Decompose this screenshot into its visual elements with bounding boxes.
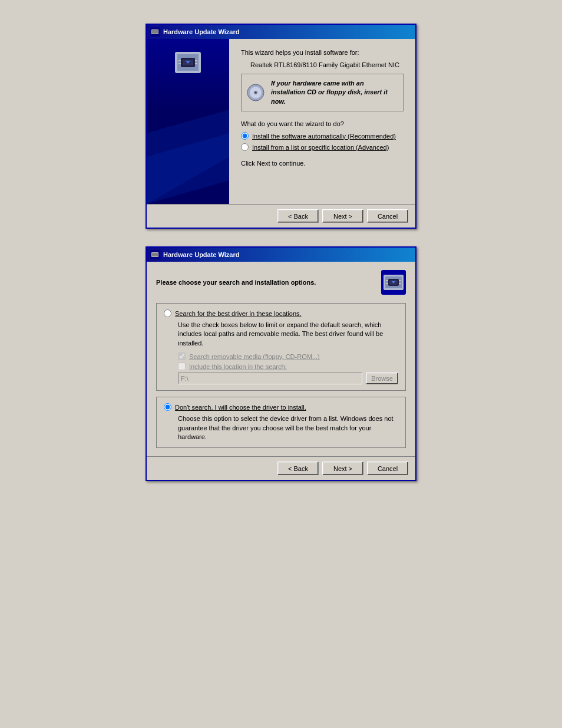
title-text-1: Hardware Update Wizard [163,28,240,35]
wizard-header-icon [381,270,406,295]
search-section-box: Search for the best driver in these loca… [156,303,406,391]
checkbox-removable-label[interactable]: Search removable media (floppy, CD-ROM..… [189,353,320,360]
button-bar-2: < Back Next > Cancel [147,456,415,480]
title-bar-1: Hardware Update Wizard [147,25,415,39]
wizard-window-2: Hardware Update Wizard Please choose you… [146,246,416,481]
back-button-2[interactable]: < Back [277,462,319,475]
svg-rect-29 [399,283,401,284]
search-radio-label[interactable]: Search for the best driver in these loca… [175,310,302,317]
browse-button[interactable]: Browse [366,373,398,384]
cancel-button-2[interactable]: Cancel [367,462,408,475]
next-button-2[interactable]: Next > [322,462,363,475]
checkbox-include-location[interactable] [178,363,186,370]
svg-rect-10 [195,60,197,61]
title-text-2: Hardware Update Wizard [163,251,240,258]
radio-dont-search[interactable] [164,403,171,411]
cd-hint-text: If your hardware came with an installati… [271,79,398,106]
wizard-body-2: Please choose your search and installati… [147,262,415,456]
wizard-body-1: This wizard helps you install software f… [147,39,415,204]
cd-icon [246,83,265,102]
svg-rect-11 [195,63,197,64]
svg-rect-19 [152,253,158,256]
radio-manual-label[interactable]: Install from a list or specific location… [252,144,389,151]
cancel-button-1[interactable]: Cancel [367,209,408,223]
dont-search-section: Don't search. I will choose the driver t… [156,397,406,448]
search-description: Use the check boxes below to limit or ex… [178,321,398,348]
question-text: What do you want the wizard to do? [241,120,404,129]
checkbox-location-label[interactable]: Include this location in the search: [189,363,287,370]
path-row: Browse [178,373,398,384]
hardware-logo-icon [170,45,206,80]
radio-option-2[interactable]: Install from a list or specific location… [241,143,404,151]
checkbox-removable-media[interactable] [178,353,186,360]
dont-search-description: Choose this option to select the device … [178,414,398,442]
click-next-text: Click Next to continue. [241,159,404,168]
svg-point-16 [255,91,257,93]
wizard-left-panel-1 [147,39,229,204]
device-name: Realtek RTL8169/8110 Family Gigabit Ethe… [250,61,404,70]
svg-rect-28 [399,280,401,281]
radio-auto-label[interactable]: Install the software automatically (Reco… [252,133,396,140]
checkbox-row-1[interactable]: Search removable media (floppy, CD-ROM..… [178,353,398,360]
svg-rect-9 [178,63,181,64]
back-button-1[interactable]: < Back [277,209,319,223]
title-bar-icon-1 [150,27,160,37]
dont-search-radio-label[interactable]: Don't search. I will choose the driver t… [175,404,306,411]
svg-rect-2 [152,30,158,34]
radio-auto-install[interactable] [241,132,249,140]
cd-hint-box: If your hardware came with an installati… [241,74,404,111]
dont-search-radio-option[interactable]: Don't search. I will choose the driver t… [164,403,398,411]
wizard-window-1: Hardware Update Wizard [146,24,416,229]
title-bar-2: Hardware Update Wizard [147,248,415,262]
svg-rect-26 [386,280,388,281]
wizard-header-title: Please choose your search and installati… [156,279,316,286]
svg-rect-27 [386,283,388,284]
title-bar-icon-2 [150,250,160,259]
radio-search[interactable] [164,309,171,317]
radio-option-1[interactable]: Install the software automatically (Reco… [241,132,404,140]
checkbox-row-2[interactable]: Include this location in the search: [178,363,398,370]
search-radio-option[interactable]: Search for the best driver in these loca… [164,309,398,317]
wizard-right-panel-1: This wizard helps you install software f… [229,39,415,204]
next-button-1[interactable]: Next > [322,209,363,223]
path-input[interactable] [178,373,362,384]
wizard-header-bar: Please choose your search and installati… [156,270,406,295]
intro-text: This wizard helps you install software f… [241,48,404,57]
radio-manual-install[interactable] [241,143,249,151]
button-bar-1: < Back Next > Cancel [147,204,415,228]
svg-rect-8 [178,60,181,61]
